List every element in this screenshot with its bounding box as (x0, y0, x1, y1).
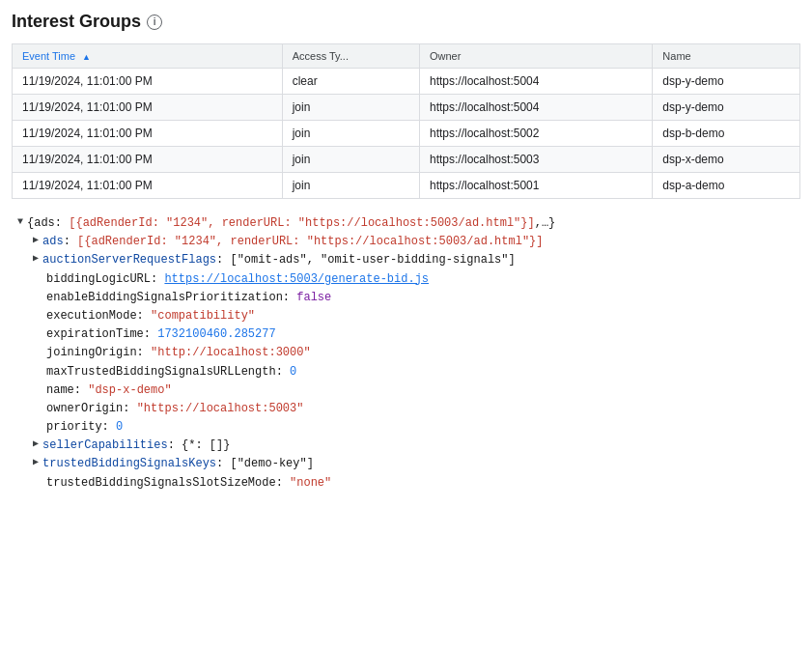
tree-auction-row: auctionServerRequestFlags: ["omit-ads", … (31, 251, 800, 269)
col-name[interactable]: Name (653, 44, 800, 69)
info-icon[interactable]: i (147, 14, 162, 30)
enable-bidding-key: enableBiddingSignalsPrioritization: (46, 289, 296, 307)
cell-name: dsp-y-demo (653, 95, 800, 121)
name-value: "dsp-x-demo" (88, 381, 171, 400)
cell-owner: https://localhost:5003 (420, 147, 653, 173)
name-key: name: (46, 381, 88, 400)
trusted-keys-value: ["demo-key"] (230, 455, 313, 473)
owner-origin-key: ownerOrigin: (46, 400, 137, 418)
interest-groups-table: Event Time ▲ Access Ty... Owner Name 11/… (12, 43, 800, 199)
trusted-keys-colon: : (216, 455, 230, 473)
cell-owner: https://localhost:5004 (420, 69, 653, 95)
tree-max-trusted-row: maxTrustedBiddingSignalsURLLength: 0 (31, 363, 800, 381)
tree-name-row: name: "dsp-x-demo" (31, 381, 800, 400)
tree-toggle-auction[interactable] (31, 251, 41, 267)
auction-key: auctionServerRequestFlags (42, 251, 216, 269)
tree-bidding-url-row: biddingLogicURL: https://localhost:5003/… (31, 270, 800, 289)
tree-priority-row: priority: 0 (31, 418, 800, 437)
ads-colon: : (64, 233, 77, 251)
auction-colon: : (216, 251, 230, 269)
tree-execution-row: executionMode: "compatibility" (31, 307, 800, 325)
root-ads-ellipsis: ,…} (535, 214, 556, 233)
col-event-time[interactable]: Event Time ▲ (13, 44, 283, 69)
enable-bidding-value: false (296, 289, 331, 307)
priority-value: 0 (116, 418, 123, 437)
sort-arrow: ▲ (82, 52, 91, 62)
tree-ads-row: ads: [{adRenderId: "1234", renderURL: "h… (31, 233, 800, 251)
root-ads-key: {ads: (27, 214, 69, 233)
ads-value: [{adRenderId: "1234", renderURL: "https:… (77, 233, 543, 251)
cell-owner: https://localhost:5001 (420, 173, 653, 199)
auction-value: ["omit-ads", "omit-user-bidding-signals"… (230, 251, 515, 269)
table-row[interactable]: 11/19/2024, 11:01:00 PMjoinhttps://local… (13, 147, 800, 173)
cell-name: dsp-x-demo (653, 147, 800, 173)
cell-owner: https://localhost:5002 (420, 121, 653, 147)
owner-origin-value: "https://localhost:5003" (137, 400, 304, 418)
table-row[interactable]: 11/19/2024, 11:01:00 PMjoinhttps://local… (13, 95, 800, 121)
tree-toggle-seller[interactable] (31, 437, 41, 452)
max-trusted-value: 0 (290, 363, 296, 381)
joining-origin-key: joiningOrigin: (46, 344, 151, 362)
bidding-url-key: biddingLogicURL: (46, 270, 164, 289)
cell-owner: https://localhost:5004 (420, 95, 653, 121)
cell-event_time: 11/19/2024, 11:01:00 PM (13, 173, 283, 199)
ads-key: ads (42, 233, 64, 251)
cell-event_time: 11/19/2024, 11:01:00 PM (13, 121, 283, 147)
json-tree: {ads: [{adRenderId: "1234", renderURL: "… (12, 214, 800, 493)
seller-key: sellerCapabilities (42, 437, 168, 455)
tree-trusted-keys-row: trustedBiddingSignalsKeys: ["demo-key"] (31, 455, 800, 473)
expiration-value: 1732100460.285277 (157, 325, 275, 344)
page-header: Interest Groups i (12, 12, 800, 32)
tree-toggle-ads[interactable] (31, 233, 41, 248)
col-access-type[interactable]: Access Ty... (282, 44, 419, 69)
expiration-key: expirationTime: (46, 325, 157, 344)
tree-toggle-root[interactable] (15, 214, 25, 230)
cell-name: dsp-y-demo (653, 69, 800, 95)
table-row[interactable]: 11/19/2024, 11:01:00 PMjoinhttps://local… (13, 173, 800, 199)
cell-name: dsp-b-demo (653, 121, 800, 147)
table-body: 11/19/2024, 11:01:00 PMclearhttps://loca… (13, 69, 800, 199)
cell-event_time: 11/19/2024, 11:01:00 PM (13, 69, 283, 95)
col-owner[interactable]: Owner (420, 44, 653, 69)
tree-root-row: {ads: [{adRenderId: "1234", renderURL: "… (15, 214, 800, 233)
page-title: Interest Groups (12, 12, 141, 32)
trusted-keys-key: trustedBiddingSignalsKeys (42, 455, 216, 473)
tree-toggle-trusted-keys[interactable] (31, 455, 41, 470)
trusted-slot-value: "none" (290, 474, 331, 493)
joining-origin-value: "http://localhost:3000" (151, 344, 311, 362)
cell-access_type: join (282, 173, 419, 199)
tree-expiration-row: expirationTime: 1732100460.285277 (31, 325, 800, 344)
tree-owner-origin-row: ownerOrigin: "https://localhost:5003" (31, 400, 800, 418)
execution-key: executionMode: (46, 307, 151, 325)
cell-access_type: join (282, 95, 419, 121)
tree-children: ads: [{adRenderId: "1234", renderURL: "h… (15, 233, 800, 493)
trusted-slot-key: trustedBiddingSignalsSlotSizeMode: (46, 474, 290, 493)
table-header: Event Time ▲ Access Ty... Owner Name (13, 44, 800, 69)
cell-access_type: join (282, 121, 419, 147)
tree-joining-origin-row: joiningOrigin: "http://localhost:3000" (31, 344, 800, 362)
execution-value: "compatibility" (151, 307, 255, 325)
priority-key: priority: (46, 418, 116, 437)
cell-name: dsp-a-demo (653, 173, 800, 199)
tree-seller-row: sellerCapabilities: {*: []} (31, 437, 800, 455)
root-ads-summary: [{adRenderId: "1234", renderURL: "https:… (69, 214, 534, 233)
table-row[interactable]: 11/19/2024, 11:01:00 PMjoinhttps://local… (13, 121, 800, 147)
max-trusted-key: maxTrustedBiddingSignalsURLLength: (46, 363, 290, 381)
table-row[interactable]: 11/19/2024, 11:01:00 PMclearhttps://loca… (13, 69, 800, 95)
cell-event_time: 11/19/2024, 11:01:00 PM (13, 147, 283, 173)
cell-access_type: join (282, 147, 419, 173)
tree-enable-bidding-row: enableBiddingSignalsPrioritization: fals… (31, 289, 800, 307)
seller-value: {*: []} (182, 437, 230, 455)
cell-event_time: 11/19/2024, 11:01:00 PM (13, 95, 283, 121)
seller-colon: : (168, 437, 182, 455)
bidding-url-value[interactable]: https://localhost:5003/generate-bid.js (164, 270, 429, 289)
tree-trusted-slot-row: trustedBiddingSignalsSlotSizeMode: "none… (31, 474, 800, 493)
cell-access_type: clear (282, 69, 419, 95)
